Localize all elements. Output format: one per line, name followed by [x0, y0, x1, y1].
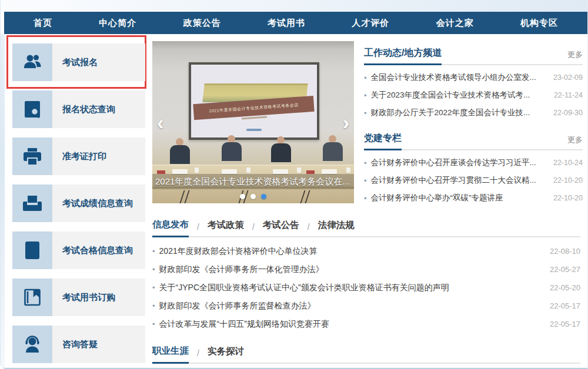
news-item[interactable]: • 会计财务评价中心召开学习贯彻二十大会议精... 22-10-20 [364, 172, 583, 189]
news-title: 财政部印发《会计师事务所一体化管理办法》 [159, 264, 545, 275]
news-title: 财政部办公厅关于2022年度全国会计专业技... [371, 108, 549, 118]
meeting-attendee [319, 135, 346, 161]
news-date: 22-05-17 [550, 320, 580, 328]
bullet-icon: • [364, 91, 367, 100]
info-release-block: 信息发布 / 考试政策 / 考试公告 / 法律法规 • 2021年度财政部会计资… [152, 215, 580, 364]
sidebar-item-label: 咨询答疑 [52, 326, 145, 363]
news-item[interactable]: • 财政部办公厅关于2022年度全国会计专业技... 22-09-30 [364, 104, 583, 122]
section-header: 党建专栏 更多 [364, 132, 583, 150]
carousel-dot-active[interactable] [261, 194, 266, 199]
news-title: 关于“JYPC全国职业资格考试认证中心”颁发会计类职业资格证书有关问题的声明 [159, 283, 545, 293]
news-date: 22-10-24 [553, 159, 583, 167]
news-item[interactable]: • 2021年度财政部会计资格评价中心单位决算 22-08-10 [152, 242, 580, 260]
slide-logo [246, 129, 262, 131]
meeting-attendee [268, 136, 295, 162]
sidebar-item-consultation[interactable]: 咨询答疑 [12, 326, 145, 363]
news-date: 22-05-17 [550, 301, 580, 310]
nav-item-home[interactable]: 首页 [34, 18, 52, 29]
news-item[interactable]: • 财政部印发《会计师事务所一体化管理办法》 22-05-27 [152, 260, 580, 279]
info-tabs: 信息发布 / 考试政策 / 考试公告 / 法律法规 [152, 215, 580, 237]
slide-subtitle-bar [242, 116, 267, 120]
sidebar-item-label: 考试报名 [52, 43, 145, 81]
bullet-icon: • [152, 320, 155, 328]
right-column: 工作动态/地方频道 更多 • 全国会计专业技术资格考试领导小组办公室发... 2… [364, 47, 583, 207]
certificate-icon [12, 232, 52, 269]
news-title: 会计财务评价中心举办“双碳”专题讲座 [371, 193, 549, 203]
tab-laws-regulations[interactable]: 法律法规 [318, 216, 355, 236]
bullet-icon: • [152, 265, 155, 274]
career-tabs: 职业生涯 / 实务探讨 [152, 341, 580, 364]
projector-screen: 2021年度全国会计专业技术资格考试考务会议 [189, 62, 319, 140]
news-carousel: 2021年度全国会计专业技术资格考试考务会议 ‹ › [152, 41, 354, 203]
news-title: 会计财务评价中心召开学习贯彻二十大会议精... [371, 175, 549, 186]
bullet-icon: • [364, 73, 367, 82]
doc-search-icon [12, 90, 52, 128]
bullet-icon: • [364, 176, 367, 185]
sidebar-item-exam-score-query[interactable]: 考试成绩信息查询 [12, 184, 145, 222]
nav-item-center-intro[interactable]: 中心简介 [99, 18, 136, 29]
more-link[interactable]: 更多 [567, 135, 583, 149]
nav-item-exam-books[interactable]: 考试用书 [268, 18, 305, 29]
users-icon [12, 43, 52, 81]
section-work-news: 工作动态/地方频道 更多 • 全国会计专业技术资格考试领导小组办公室发... 2… [364, 47, 583, 122]
nav-item-policy-announcements[interactable]: 政策公告 [183, 18, 221, 29]
tab-practice-discussion[interactable]: 实务探讨 [208, 342, 244, 363]
printer-icon [12, 137, 52, 175]
bullet-icon: • [364, 194, 367, 203]
news-item[interactable]: • 全国会计专业技术资格考试领导小组办公室发... 23-02-09 [364, 69, 583, 86]
sidebar-item-print-admission-ticket[interactable]: 准考证打印 [12, 137, 145, 175]
tab-exam-policy[interactable]: 考试政策 [208, 216, 244, 236]
section-party-news: 党建专栏 更多 • 会计财务评价中心召开座谈会传达学习习近平... 22-10-… [364, 132, 583, 207]
sidebar-item-label: 报名状态查询 [52, 90, 145, 128]
news-date: 22-10-20 [553, 176, 583, 184]
carousel-dot[interactable] [250, 194, 256, 199]
news-title: 2021年度财政部会计资格评价中心单位决算 [159, 246, 545, 257]
nav-item-talent-evaluation[interactable]: 人才评价 [352, 18, 389, 29]
news-list: • 全国会计专业技术资格考试领导小组办公室发... 23-02-09 • 关于2… [364, 69, 583, 122]
tab-career[interactable]: 职业生涯 [152, 341, 189, 364]
top-background-band [1, 0, 587, 13]
news-title: 财政部印发《会计师事务所监督检查办法》 [159, 301, 545, 311]
news-item[interactable]: • 会计改革与发展“十四五”规划网络知识竞赛开赛 22-05-17 [152, 315, 580, 333]
tab-exam-announcements[interactable]: 考试公告 [263, 216, 299, 236]
sidebar-item-label: 考试成绩信息查询 [52, 184, 145, 222]
photo-ceiling [152, 41, 354, 49]
news-title: 关于2023年度全国会计专业技术资格考试考... [371, 90, 549, 100]
news-date: 22-10-20 [553, 194, 583, 202]
sidebar-item-label: 考试合格信息查询 [52, 232, 145, 269]
tab-info-release[interactable]: 信息发布 [152, 215, 189, 237]
section-title: 党建专栏 [364, 132, 402, 150]
sidebar-item-exam-book-order[interactable]: 考试用书订购 [12, 279, 145, 316]
more-link[interactable]: 更多 [567, 49, 583, 64]
bullet-icon: • [152, 247, 155, 256]
news-title: 会计改革与发展“十四五”规划网络知识竞赛开赛 [159, 319, 545, 330]
bullet-icon: • [364, 109, 367, 118]
news-item[interactable]: • 关于2023年度全国会计专业技术资格考试考... 22-11-24 [364, 86, 583, 104]
section-title: 工作动态/地方频道 [364, 47, 442, 65]
nav-item-org-zone[interactable]: 机构专区 [520, 18, 558, 29]
bullet-icon: • [364, 159, 367, 167]
carousel-caption[interactable]: 2021年度全国会计专业技术资格考试考务会议在... [152, 174, 354, 189]
tab-separator: / [189, 222, 208, 236]
sidebar-item-registration-status[interactable]: 报名状态查询 [12, 90, 145, 128]
news-item[interactable]: • 会计财务评价中心举办“双碳”专题讲座 22-10-20 [364, 189, 583, 207]
news-date: 23-02-09 [553, 73, 583, 82]
news-date: 22-11-24 [554, 91, 583, 99]
news-item[interactable]: • 会计财务评价中心召开座谈会传达学习习近平... 22-10-24 [364, 154, 583, 172]
news-item[interactable]: • 财政部印发《会计师事务所监督检查办法》 22-05-17 [152, 297, 580, 315]
nav-item-accounting-home[interactable]: 会计之家 [436, 18, 474, 29]
slide-title: 2021年度全国会计专业技术资格考试考务会议 [209, 102, 299, 114]
meeting-attendee [218, 135, 245, 161]
left-background-strip [1, 34, 5, 368]
bullet-icon: • [152, 283, 155, 292]
news-item[interactable]: • 关于“JYPC全国职业资格考试认证中心”颁发会计类职业资格证书有关问题的声明… [152, 279, 580, 297]
sidebar-item-exam-pass-query[interactable]: 考试合格信息查询 [12, 232, 145, 269]
section-header: 工作动态/地方频道 更多 [364, 47, 583, 65]
meeting-attendee [166, 138, 193, 164]
carousel-next-arrow[interactable]: › [343, 112, 349, 132]
carousel-dots [152, 194, 354, 199]
news-date: 22-09-30 [553, 109, 583, 117]
carousel-prev-arrow[interactable]: ‹ [157, 112, 163, 132]
sidebar-item-exam-registration[interactable]: 考试报名 [12, 43, 145, 81]
carousel-dot[interactable] [240, 194, 245, 199]
